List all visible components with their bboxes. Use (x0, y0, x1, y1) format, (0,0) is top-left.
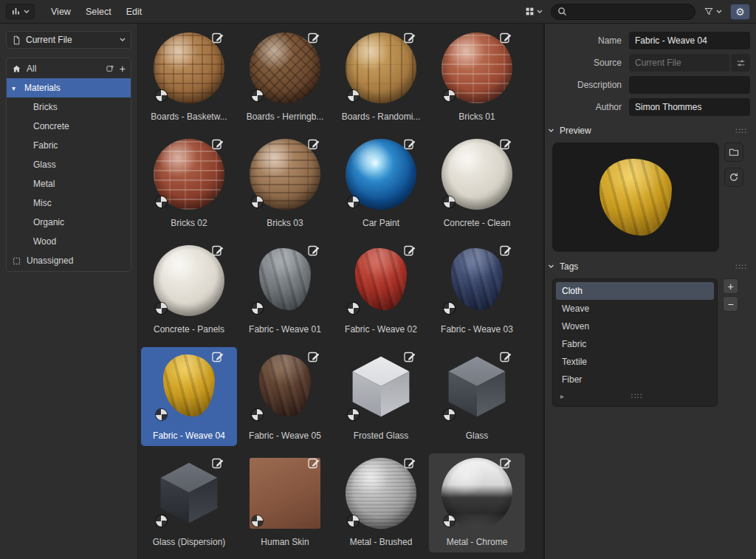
edit-asset-icon[interactable] (211, 137, 224, 151)
panel-grip-icon[interactable]: ∷∷ (735, 126, 747, 136)
menu-edit[interactable]: Edit (119, 4, 150, 20)
asset-label: Bricks 01 (429, 111, 525, 123)
catalog-bricks[interactable]: Bricks (7, 97, 131, 117)
current-file-icon (12, 35, 21, 45)
asset-item[interactable]: Bricks 02 (141, 134, 237, 233)
edit-asset-icon[interactable] (403, 31, 416, 44)
catalog-unassigned[interactable]: Unassigned (7, 251, 131, 270)
edit-asset-icon[interactable] (211, 456, 224, 470)
edit-asset-icon[interactable] (211, 350, 224, 363)
asset-library-select[interactable]: Current File (6, 31, 131, 49)
catalog-fabric[interactable]: Fabric (7, 136, 131, 155)
edit-asset-icon[interactable] (499, 456, 512, 470)
preview-panel-header[interactable]: Preview ∷∷ (548, 122, 750, 140)
catalog-glass[interactable]: Glass (7, 155, 131, 174)
edit-asset-icon[interactable] (499, 31, 512, 44)
asset-thumbnail (346, 458, 416, 529)
catalog-label: Wood (33, 236, 56, 247)
list-resize-grip-icon[interactable]: ∷∷ (631, 391, 643, 401)
editor-type-button[interactable] (6, 4, 35, 19)
asset-item[interactable]: Fabric - Weave 02 (333, 241, 429, 340)
asset-item[interactable]: Fabric - Weave 05 (237, 347, 333, 446)
asset-item[interactable]: Human Skin (237, 453, 333, 552)
catalog-organic[interactable]: Organic (7, 213, 131, 232)
asset-item[interactable]: Fabric - Weave 01 (237, 241, 333, 340)
search-box[interactable] (551, 4, 695, 20)
unassigned-box-icon (12, 256, 21, 266)
asset-item[interactable]: Concrete - Panels (141, 241, 237, 340)
edit-asset-icon[interactable] (403, 137, 416, 151)
tag-fabric[interactable]: Fabric (556, 335, 714, 353)
asset-item[interactable]: Boards - Randomi... (333, 28, 429, 127)
sidebar: Current File All + (0, 24, 137, 559)
tag-cloth[interactable]: Cloth (556, 282, 714, 300)
add-tag-button[interactable]: + (723, 278, 738, 294)
asset-item[interactable]: Boards - Basketw... (141, 28, 237, 127)
edit-asset-icon[interactable] (499, 244, 512, 257)
edit-asset-icon[interactable] (499, 350, 512, 363)
asset-item[interactable]: Metal - Brushed (333, 453, 429, 552)
load-custom-preview-button[interactable] (724, 143, 743, 162)
tag-weave[interactable]: Weave (556, 300, 714, 318)
expand-filter-icon[interactable]: ▸ (560, 392, 564, 400)
catalog-metal[interactable]: Metal (7, 174, 131, 193)
edit-asset-icon[interactable] (211, 244, 224, 257)
filter-funnel-icon (704, 7, 714, 16)
asset-label: Car Paint (333, 217, 429, 229)
name-field[interactable]: Fabric - Weave 04 (629, 32, 750, 49)
asset-item[interactable]: Bricks 03 (237, 134, 333, 233)
asset-item[interactable]: Fabric - Weave 04 (141, 347, 237, 446)
tag-textile[interactable]: Textile (556, 353, 714, 371)
material-type-icon (444, 303, 455, 314)
asset-thumbnail (250, 351, 320, 422)
panel-grip-icon[interactable]: ∷∷ (735, 262, 747, 272)
asset-item[interactable]: Fabric - Weave 03 (429, 241, 525, 340)
author-field[interactable]: Simon Thommes (629, 98, 750, 116)
catalog-wood[interactable]: Wood (7, 232, 131, 251)
material-type-icon (252, 303, 263, 314)
asset-item[interactable]: Glass (429, 347, 525, 446)
menu-select[interactable]: Select (78, 4, 119, 20)
tag-woven[interactable]: Woven (556, 318, 714, 335)
add-catalog-button[interactable]: + (120, 64, 126, 74)
settings-button[interactable]: ⚙ (730, 4, 750, 20)
asset-item[interactable]: Boards - Herringb... (237, 28, 333, 127)
catalog-materials[interactable]: ▾Materials (7, 78, 131, 97)
edit-asset-icon[interactable] (403, 456, 416, 470)
disclosure-triangle-icon[interactable]: ▾ (12, 84, 19, 92)
asset-label: Boards - Herringb... (237, 111, 333, 123)
catalog-concrete[interactable]: Concrete (7, 117, 131, 136)
remove-tag-button[interactable]: − (723, 296, 738, 312)
edit-asset-icon[interactable] (403, 350, 416, 363)
filter-button[interactable] (700, 4, 726, 19)
new-catalog-icon[interactable] (106, 64, 114, 73)
source-options-button[interactable] (731, 54, 750, 72)
material-type-icon (156, 515, 167, 527)
edit-asset-icon[interactable] (307, 350, 320, 363)
asset-item[interactable]: Concrete - Clean (429, 134, 525, 233)
edit-asset-icon[interactable] (307, 244, 320, 257)
display-mode-button[interactable] (521, 4, 546, 19)
description-field[interactable] (629, 76, 750, 94)
tag-fiber[interactable]: Fiber (556, 371, 714, 388)
menu-view[interactable]: View (44, 4, 78, 20)
edit-asset-icon[interactable] (499, 137, 512, 151)
asset-item[interactable]: Glass (Dispersion) (141, 453, 237, 552)
asset-item[interactable]: Metal - Chrome (429, 453, 525, 552)
name-row: Name Fabric - Weave 04 (545, 32, 750, 49)
search-input[interactable] (571, 6, 689, 18)
edit-asset-icon[interactable] (307, 137, 320, 151)
asset-label: Concrete - Clean (429, 217, 525, 229)
edit-asset-icon[interactable] (307, 456, 320, 470)
catalog-misc[interactable]: Misc (7, 193, 131, 213)
tags-panel-header[interactable]: Tags ∷∷ (548, 258, 750, 275)
catalog-all[interactable]: All + (7, 59, 131, 78)
edit-asset-icon[interactable] (211, 31, 224, 44)
edit-asset-icon[interactable] (403, 244, 416, 257)
gear-icon: ⚙ (735, 6, 745, 18)
asset-item[interactable]: Bricks 01 (429, 28, 525, 127)
refresh-preview-button[interactable] (724, 168, 743, 187)
asset-item[interactable]: Car Paint (333, 134, 429, 233)
asset-item[interactable]: Frosted Glass (333, 347, 429, 446)
edit-asset-icon[interactable] (307, 31, 320, 44)
